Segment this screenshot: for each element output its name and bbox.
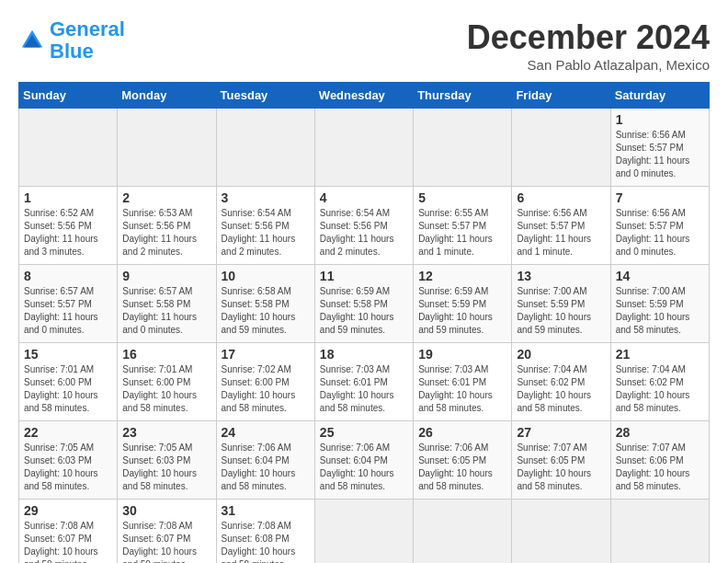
day-info: Sunrise: 6:59 AMSunset: 5:58 PMDaylight:… [320,285,408,337]
day-number: 21 [616,347,704,362]
calendar-cell: 13Sunrise: 7:00 AMSunset: 5:59 PMDayligh… [512,265,610,343]
location-subtitle: San Pablo Atlazalpan, Mexico [467,57,710,73]
day-of-week-header: Monday [118,83,216,109]
day-number: 20 [517,347,605,362]
day-of-week-header: Sunday [19,83,118,109]
day-number: 5 [418,190,506,205]
day-info: Sunrise: 7:04 AMSunset: 6:02 PMDaylight:… [517,363,605,415]
day-info: Sunrise: 7:04 AMSunset: 6:02 PMDaylight:… [616,363,704,415]
day-info: Sunrise: 7:05 AMSunset: 6:03 PMDaylight:… [24,442,112,493]
day-number: 18 [320,347,408,362]
calendar-cell: 30Sunrise: 7:08 AMSunset: 6:07 PMDayligh… [118,500,216,564]
day-number: 26 [418,425,506,440]
calendar-cell: 16Sunrise: 7:01 AMSunset: 6:00 PMDayligh… [118,343,216,421]
calendar-cell: 12Sunrise: 6:59 AMSunset: 5:59 PMDayligh… [414,265,512,343]
page-header: General Blue December 2024 San Pablo Atl… [18,18,710,73]
calendar-cell [512,109,610,187]
day-number: 23 [122,425,210,440]
calendar-body: 1Sunrise: 6:56 AMSunset: 5:57 PMDaylight… [19,109,710,564]
calendar-week-row: 1Sunrise: 6:56 AMSunset: 5:57 PMDaylight… [19,109,710,187]
day-number: 7 [616,190,704,205]
calendar-cell: 14Sunrise: 7:00 AMSunset: 5:59 PMDayligh… [610,265,709,343]
day-info: Sunrise: 7:08 AMSunset: 6:07 PMDaylight:… [122,520,210,563]
day-number: 19 [418,347,506,362]
day-info: Sunrise: 7:03 AMSunset: 6:01 PMDaylight:… [320,363,408,415]
logo-icon [18,27,46,54]
calendar-cell [610,500,709,564]
day-info: Sunrise: 6:57 AMSunset: 5:58 PMDaylight:… [122,285,210,337]
day-info: Sunrise: 7:01 AMSunset: 6:00 PMDaylight:… [24,363,112,415]
day-number: 29 [24,503,112,518]
calendar-cell: 4Sunrise: 6:54 AMSunset: 5:56 PMDaylight… [314,187,413,265]
day-number: 12 [418,269,506,283]
day-number: 11 [320,269,408,283]
calendar-table: SundayMondayTuesdayWednesdayThursdayFrid… [18,82,710,563]
calendar-cell: 27Sunrise: 7:07 AMSunset: 6:05 PMDayligh… [512,421,610,500]
day-number: 13 [517,269,605,283]
day-number: 6 [517,190,605,205]
day-number: 14 [616,269,704,283]
day-info: Sunrise: 7:02 AMSunset: 6:00 PMDaylight:… [222,363,310,415]
day-number: 8 [24,269,112,283]
day-number: 27 [517,425,605,440]
day-info: Sunrise: 7:00 AMSunset: 5:59 PMDaylight:… [517,285,605,337]
day-info: Sunrise: 6:54 AMSunset: 5:56 PMDaylight:… [222,207,310,259]
day-number: 1 [616,112,704,127]
day-info: Sunrise: 6:53 AMSunset: 5:56 PMDaylight:… [122,207,210,259]
calendar-week-row: 1Sunrise: 6:52 AMSunset: 5:56 PMDaylight… [19,187,710,265]
day-number: 30 [122,503,210,518]
calendar-cell: 2Sunrise: 6:53 AMSunset: 5:56 PMDaylight… [118,187,216,265]
day-info: Sunrise: 7:07 AMSunset: 6:06 PMDaylight:… [616,442,704,493]
day-info: Sunrise: 6:54 AMSunset: 5:56 PMDaylight:… [320,207,408,259]
day-number: 22 [24,425,112,440]
logo: General Blue [18,18,125,63]
day-number: 16 [122,347,210,362]
day-info: Sunrise: 7:08 AMSunset: 6:08 PMDaylight:… [222,520,310,563]
calendar-cell: 5Sunrise: 6:55 AMSunset: 5:57 PMDaylight… [414,187,512,265]
calendar-cell: 9Sunrise: 6:57 AMSunset: 5:58 PMDaylight… [118,265,216,343]
calendar-cell: 17Sunrise: 7:02 AMSunset: 6:00 PMDayligh… [216,343,314,421]
calendar-cell [314,109,413,187]
title-area: December 2024 San Pablo Atlazalpan, Mexi… [467,18,710,73]
day-info: Sunrise: 6:59 AMSunset: 5:59 PMDaylight:… [418,285,506,337]
day-info: Sunrise: 7:06 AMSunset: 6:04 PMDaylight:… [320,442,408,493]
day-of-week-header: Friday [512,83,610,109]
day-number: 10 [222,269,310,283]
day-info: Sunrise: 6:57 AMSunset: 5:57 PMDaylight:… [24,285,112,337]
calendar-cell: 24Sunrise: 7:06 AMSunset: 6:04 PMDayligh… [216,421,314,500]
calendar-cell: 31Sunrise: 7:08 AMSunset: 6:08 PMDayligh… [216,500,314,564]
calendar-week-row: 15Sunrise: 7:01 AMSunset: 6:00 PMDayligh… [19,343,710,421]
day-info: Sunrise: 6:55 AMSunset: 5:57 PMDaylight:… [418,207,506,259]
day-of-week-header: Tuesday [216,83,314,109]
day-info: Sunrise: 7:05 AMSunset: 6:03 PMDaylight:… [122,442,210,493]
calendar-cell [216,109,314,187]
calendar-cell: 8Sunrise: 6:57 AMSunset: 5:57 PMDaylight… [19,265,118,343]
calendar-cell: 22Sunrise: 7:05 AMSunset: 6:03 PMDayligh… [19,421,118,500]
calendar-cell: 18Sunrise: 7:03 AMSunset: 6:01 PMDayligh… [314,343,413,421]
calendar-cell: 1Sunrise: 6:56 AMSunset: 5:57 PMDaylight… [610,109,709,187]
calendar-cell: 28Sunrise: 7:07 AMSunset: 6:06 PMDayligh… [610,421,709,500]
day-info: Sunrise: 7:00 AMSunset: 5:59 PMDaylight:… [616,285,704,337]
day-info: Sunrise: 6:52 AMSunset: 5:56 PMDaylight:… [24,207,112,259]
calendar-cell: 25Sunrise: 7:06 AMSunset: 6:04 PMDayligh… [314,421,413,500]
calendar-cell [512,500,610,564]
calendar-cell [118,109,216,187]
day-info: Sunrise: 7:03 AMSunset: 6:01 PMDaylight:… [418,363,506,415]
day-info: Sunrise: 6:56 AMSunset: 5:57 PMDaylight:… [517,207,605,259]
day-number: 31 [222,503,310,518]
day-number: 15 [24,347,112,362]
calendar-cell: 20Sunrise: 7:04 AMSunset: 6:02 PMDayligh… [512,343,610,421]
calendar-cell [19,109,118,187]
day-number: 17 [222,347,310,362]
calendar-cell [314,500,413,564]
day-number: 2 [122,190,210,205]
calendar-cell: 11Sunrise: 6:59 AMSunset: 5:58 PMDayligh… [314,265,413,343]
calendar-cell [414,500,512,564]
day-of-week-header: Saturday [610,83,709,109]
day-number: 28 [616,425,704,440]
day-number: 3 [222,190,310,205]
calendar-cell: 10Sunrise: 6:58 AMSunset: 5:58 PMDayligh… [216,265,314,343]
day-info: Sunrise: 7:01 AMSunset: 6:00 PMDaylight:… [122,363,210,415]
calendar-cell: 19Sunrise: 7:03 AMSunset: 6:01 PMDayligh… [414,343,512,421]
calendar-cell [414,109,512,187]
